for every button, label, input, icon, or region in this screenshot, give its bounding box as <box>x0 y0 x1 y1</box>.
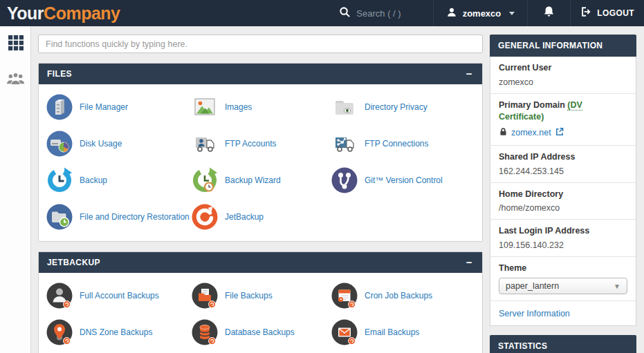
email-backups-icon <box>331 318 358 346</box>
jetbackup-section-body: Full Account Backups File Backups Cron J… <box>39 273 482 353</box>
primary-domain-label: Primary Domain (DVCertificate) <box>499 99 627 123</box>
shared-ip-row: Shared IP Address 162.244.253.145 <box>490 146 636 183</box>
app-backup[interactable]: Backup <box>46 164 191 196</box>
left-sidebar <box>0 26 31 353</box>
last-login-label: Last Login IP Address <box>499 225 627 237</box>
file-manager-icon <box>46 93 73 121</box>
shared-ip-label: Shared IP Address <box>499 151 627 163</box>
collapse-icon[interactable]: − <box>465 70 474 77</box>
app-ftp-connections[interactable]: FTP Connections <box>331 128 475 160</box>
ftp-connections-icon <box>331 130 358 158</box>
dns-zone-backups-icon <box>46 318 73 346</box>
file-backups-icon <box>191 282 219 309</box>
app-label: File Manager <box>80 102 128 112</box>
app-label: Cron Job Backups <box>365 291 432 300</box>
app-label: Directory Privacy <box>365 102 427 112</box>
primary-domain-row: Primary Domain (DVCertificate) zomex.net <box>490 94 636 146</box>
app-full-account-backups[interactable]: Full Account Backups <box>46 280 191 312</box>
last-login-row: Last Login IP Address 109.156.140.232 <box>490 220 636 257</box>
current-user-label: Current User <box>499 62 627 74</box>
logo-part-1: Your <box>7 3 44 23</box>
ftp-accounts-icon <box>191 130 219 158</box>
theme-label: Theme <box>499 263 627 274</box>
app-jetbackup[interactable]: JetBackup <box>191 201 331 233</box>
app-email-backups[interactable]: Email Backups <box>331 316 475 348</box>
cron-job-backups-icon <box>331 282 358 309</box>
collapse-icon[interactable]: − <box>465 259 474 266</box>
top-navbar: YourCompany Search ( / ) zomexco LOGOUT <box>0 0 644 26</box>
statistics-header: STATISTICS <box>490 335 636 353</box>
notifications-button[interactable] <box>527 0 570 26</box>
backup-wizard-icon <box>191 166 219 194</box>
app-label: Backup <box>80 175 107 185</box>
navbar-search[interactable]: Search ( / ) <box>326 0 432 26</box>
chevron-down-icon: ▼ <box>614 283 620 290</box>
jetbackup-section: JETBACKUP − Full Account Backups File Ba… <box>38 251 483 353</box>
app-file-restoration[interactable]: File and Directory Restoration <box>46 201 191 233</box>
files-section-title: FILES <box>47 69 72 79</box>
general-information-body: Current User zomexco Primary Domain (DVC… <box>490 57 636 326</box>
files-section-body: File Manager Images Directory Privacy Di… <box>39 84 482 241</box>
app-directory-privacy[interactable]: Directory Privacy <box>331 91 475 123</box>
app-label: JetBackup <box>225 212 264 222</box>
theme-row: Theme paper_lantern ▼ <box>490 257 636 301</box>
navbar-search-label: Search ( / ) <box>356 8 401 19</box>
external-link-icon[interactable] <box>555 126 564 139</box>
app-file-backups[interactable]: File Backups <box>191 280 331 312</box>
app-images[interactable]: Images <box>191 91 331 123</box>
app-git-version-control[interactable]: Git™ Version Control <box>331 164 475 196</box>
full-account-backups-icon <box>46 282 73 309</box>
logout-button[interactable]: LOGOUT <box>570 0 644 26</box>
jetbackup-icon <box>191 203 219 231</box>
quick-find-input[interactable] <box>38 35 483 53</box>
app-label: Backup Wizard <box>225 175 281 185</box>
directory-privacy-icon <box>331 93 358 121</box>
app-database-backups[interactable]: Database Backups <box>191 316 331 348</box>
primary-domain-link[interactable]: zomex.net <box>511 128 551 137</box>
user-icon <box>446 7 457 20</box>
current-user-value: zomexco <box>499 77 627 87</box>
app-label: Email Backups <box>365 327 419 337</box>
bell-icon <box>543 6 555 21</box>
sidebar-item-tools[interactable] <box>0 26 31 62</box>
jetbackup-section-header: JETBACKUP − <box>39 252 482 273</box>
app-label: File and Directory Restoration <box>80 212 190 222</box>
username: zomexco <box>463 8 502 19</box>
shared-ip-value: 162.244.253.145 <box>499 166 627 176</box>
chevron-down-icon <box>509 12 515 15</box>
sidebar-item-users[interactable] <box>0 62 31 98</box>
theme-selected-value: paper_lantern <box>506 281 559 291</box>
app-file-manager[interactable]: File Manager <box>46 91 191 123</box>
grid-icon <box>8 35 24 54</box>
users-group-icon <box>6 71 25 89</box>
last-login-value: 109.156.140.232 <box>499 240 627 250</box>
git-version-control-icon <box>331 166 358 194</box>
app-label: DNS Zone Backups <box>80 327 152 337</box>
home-directory-row: Home Directory /home/zomexco <box>490 183 636 220</box>
jetbackup-section-title: JETBACKUP <box>47 258 100 267</box>
files-section-header: FILES − <box>39 64 482 84</box>
home-directory-label: Home Directory <box>499 189 627 200</box>
app-dns-zone-backups[interactable]: DNS Zone Backups <box>46 316 191 348</box>
general-information-header: GENERAL INFORMATION <box>490 35 636 57</box>
app-label: Database Backups <box>225 327 295 337</box>
theme-select[interactable]: paper_lantern ▼ <box>499 278 627 294</box>
app-ftp-accounts[interactable]: FTP Accounts <box>191 128 331 160</box>
app-label: Git™ Version Control <box>365 175 443 185</box>
app-disk-usage[interactable]: Disk Usage <box>46 128 191 160</box>
home-directory-value: /home/zomexco <box>499 203 627 213</box>
server-information-row: Server Information <box>490 301 636 325</box>
logout-icon <box>580 6 591 20</box>
main-content: FILES − File Manager Images Directo <box>38 26 483 353</box>
logout-label: LOGOUT <box>597 8 634 18</box>
app-cron-job-backups[interactable]: Cron Job Backups <box>331 280 475 312</box>
disk-usage-icon <box>46 130 73 158</box>
app-label: FTP Accounts <box>225 139 276 149</box>
backup-icon <box>46 166 73 194</box>
app-backup-wizard[interactable]: Backup Wizard <box>191 164 331 196</box>
logo-part-2: Company <box>44 3 120 23</box>
app-label: File Backups <box>225 291 273 300</box>
app-label: Full Account Backups <box>80 291 159 300</box>
server-information-link[interactable]: Server Information <box>499 309 570 318</box>
user-menu[interactable]: zomexco <box>433 0 528 26</box>
